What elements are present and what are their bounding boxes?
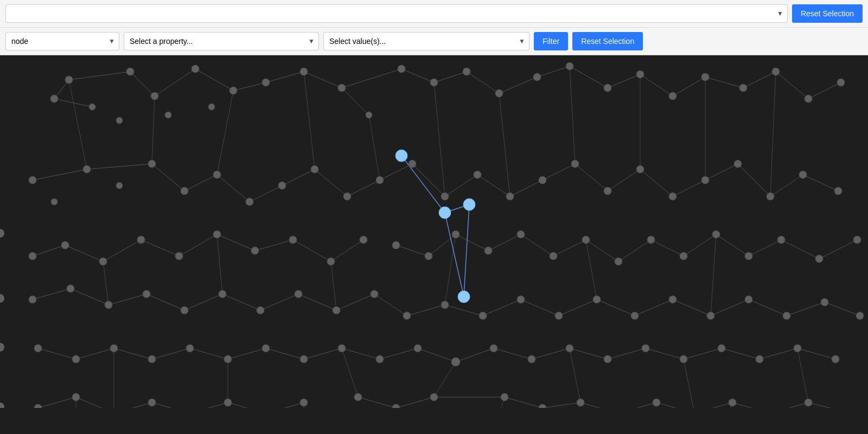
svg-point-239: [701, 176, 709, 184]
svg-point-294: [110, 344, 118, 352]
svg-point-208: [533, 73, 541, 81]
svg-point-265: [745, 252, 752, 260]
svg-point-227: [311, 165, 318, 173]
svg-point-214: [739, 84, 747, 92]
svg-point-317: [148, 399, 156, 406]
value-dropdown-wrapper: Select value(s)... ▼: [323, 32, 529, 50]
svg-point-212: [669, 92, 676, 100]
svg-point-297: [224, 355, 232, 363]
svg-point-358: [439, 207, 451, 219]
svg-point-299: [300, 355, 308, 363]
svg-point-253: [360, 236, 367, 244]
svg-point-197: [116, 117, 123, 124]
svg-point-250: [251, 247, 259, 254]
svg-point-231: [441, 193, 449, 200]
svg-point-282: [517, 296, 525, 303]
svg-point-258: [517, 231, 525, 238]
svg-point-205: [430, 79, 438, 86]
svg-point-301: [376, 355, 384, 363]
svg-point-193: [89, 104, 95, 110]
svg-point-268: [853, 236, 861, 244]
svg-point-284: [593, 296, 601, 303]
svg-point-322: [354, 393, 362, 401]
svg-point-313: [832, 355, 839, 363]
node-type-select[interactable]: node edge: [5, 32, 119, 50]
svg-point-202: [338, 84, 346, 92]
svg-point-257: [484, 247, 492, 254]
svg-point-333: [805, 399, 812, 406]
svg-point-272: [143, 290, 150, 298]
svg-point-269: [29, 296, 36, 303]
svg-point-221: [116, 182, 123, 189]
svg-point-230: [409, 160, 416, 168]
svg-point-224: [213, 171, 221, 178]
svg-point-213: [701, 73, 709, 81]
svg-point-279: [403, 312, 411, 320]
search-input[interactable]: 1017: [5, 4, 788, 23]
search-wrapper: 1017 ▼: [5, 4, 788, 23]
svg-point-201: [300, 68, 308, 75]
svg-point-209: [566, 62, 573, 70]
svg-point-296: [186, 344, 194, 352]
svg-point-271: [105, 301, 112, 309]
svg-point-280: [441, 301, 449, 309]
svg-point-319: [224, 399, 232, 406]
svg-point-315: [72, 393, 80, 401]
svg-point-233: [506, 193, 514, 200]
svg-point-291: [856, 312, 864, 320]
svg-point-237: [636, 165, 644, 173]
svg-point-195: [192, 65, 199, 73]
svg-point-218: [29, 176, 36, 184]
svg-point-298: [262, 344, 270, 352]
svg-point-262: [647, 236, 655, 244]
svg-point-226: [278, 182, 286, 189]
svg-point-267: [815, 255, 823, 263]
svg-point-281: [479, 312, 487, 320]
reset-selection-button-2[interactable]: Reset Selection: [572, 32, 643, 50]
svg-point-360: [458, 291, 470, 303]
graph-canvas[interactable]: [0, 55, 868, 434]
svg-point-263: [680, 252, 687, 260]
svg-point-245: [61, 241, 69, 249]
svg-point-305: [528, 355, 535, 363]
svg-point-211: [636, 71, 644, 78]
node-type-dropdown-wrapper: node edge ▼: [5, 32, 119, 50]
svg-point-324: [430, 393, 438, 401]
svg-point-203: [366, 112, 372, 118]
svg-point-327: [577, 399, 584, 406]
svg-point-289: [783, 312, 790, 320]
svg-point-255: [425, 252, 432, 260]
svg-point-232: [474, 171, 481, 178]
svg-point-210: [604, 84, 611, 92]
svg-point-207: [495, 90, 503, 97]
svg-point-260: [582, 236, 590, 244]
svg-point-261: [615, 258, 622, 265]
svg-point-300: [338, 344, 346, 352]
reset-selection-button-1[interactable]: Reset Selection: [792, 4, 863, 23]
svg-point-308: [642, 344, 649, 352]
svg-point-331: [729, 399, 736, 406]
svg-point-288: [745, 296, 752, 303]
svg-point-225: [246, 198, 253, 206]
svg-point-194: [151, 92, 158, 100]
svg-point-235: [571, 160, 579, 168]
svg-point-321: [300, 399, 308, 406]
svg-point-247: [137, 236, 145, 244]
svg-point-311: [756, 355, 763, 363]
filter-button[interactable]: Filter: [534, 32, 568, 50]
svg-rect-0: [0, 55, 868, 408]
svg-point-270: [67, 285, 74, 292]
value-select[interactable]: Select value(s)...: [323, 32, 529, 50]
svg-point-357: [395, 150, 407, 162]
svg-point-219: [51, 199, 58, 205]
svg-point-191: [126, 68, 134, 75]
svg-point-220: [83, 165, 91, 173]
svg-point-222: [148, 160, 156, 168]
svg-point-287: [707, 312, 714, 320]
svg-point-242: [799, 171, 807, 178]
svg-point-217: [837, 79, 845, 86]
svg-point-223: [181, 187, 188, 195]
svg-point-254: [392, 241, 400, 249]
property-select[interactable]: Select a property...: [124, 32, 319, 50]
svg-point-199: [208, 104, 215, 110]
